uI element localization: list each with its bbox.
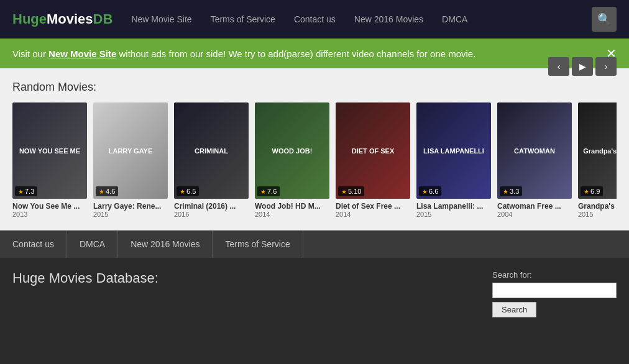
- movie-year: 2014: [336, 211, 410, 218]
- nav-dmca[interactable]: DMCA: [442, 14, 467, 24]
- main-nav: New Movie Site Terms of Service Contact …: [131, 14, 592, 24]
- movie-title: Lisa Lampanelli: ...: [416, 202, 491, 211]
- main-content: Random Movies: ‹ ▶ › NOW YOU SEE ME ★ 7.…: [0, 68, 629, 230]
- footer-nav: Contact us DMCA New 2016 Movies Terms of…: [0, 230, 629, 258]
- logo: HugeMoviesDB: [12, 11, 112, 27]
- banner-link[interactable]: New Movie Site: [48, 48, 116, 59]
- header-search-button[interactable]: 🔍: [592, 7, 617, 32]
- movie-card[interactable]: Grandpa's PSYCHO ★ 6.9 Grandpa's Psych..…: [578, 102, 617, 218]
- movies-navigation: ‹ ▶ ›: [548, 57, 617, 76]
- movie-title: Now You See Me ...: [12, 202, 87, 211]
- movie-card[interactable]: CRIMINAL ★ 6.5 Criminal (2016) ... 2016: [174, 102, 249, 218]
- footer-new-2016-movies[interactable]: New 2016 Movies: [118, 230, 213, 258]
- movie-card[interactable]: CATWOMAN ★ 3.3 Catwoman Free ... 2004: [497, 102, 572, 218]
- footer-dmca[interactable]: DMCA: [67, 230, 118, 258]
- movie-title: Catwoman Free ...: [497, 202, 572, 211]
- movie-title: Diet of Sex Free ...: [336, 202, 410, 211]
- bottom-section: Huge Movies Database: Search for: Search: [0, 258, 629, 330]
- movie-year: 2014: [255, 211, 329, 218]
- movie-card[interactable]: LISA LAMPANELLI ★ 6.6 Lisa Lampanelli: .…: [416, 102, 491, 218]
- movies-prev-button[interactable]: ‹: [548, 57, 569, 76]
- promo-banner: Visit our New Movie Site without ads fro…: [0, 39, 629, 68]
- nav-new-movie-site[interactable]: New Movie Site: [131, 14, 191, 24]
- header: HugeMoviesDB New Movie Site Terms of Ser…: [0, 0, 629, 39]
- footer-contact-us[interactable]: Contact us: [0, 230, 67, 258]
- movie-year: 2015: [578, 211, 617, 218]
- movie-year: 2015: [93, 211, 168, 218]
- movies-play-button[interactable]: ▶: [572, 57, 593, 76]
- movie-card[interactable]: DIET OF SEX ★ 5.10 Diet of Sex Free ... …: [336, 102, 410, 218]
- movie-title: Grandpa's Psych...: [578, 202, 617, 211]
- movie-card[interactable]: LARRY GAYE ★ 4.6 Larry Gaye: Rene... 201…: [93, 102, 168, 218]
- movies-next-button[interactable]: ›: [595, 57, 617, 76]
- nav-contact-us[interactable]: Contact us: [294, 14, 336, 24]
- movie-year: 2016: [174, 211, 249, 218]
- search-for-label: Search for:: [492, 270, 617, 280]
- banner-text: Visit our New Movie Site without ads fro…: [12, 48, 475, 59]
- movies-list: NOW YOU SEE ME ★ 7.3 Now You See Me ... …: [12, 102, 617, 218]
- bottom-left: Huge Movies Database:: [12, 270, 480, 317]
- movie-year: 2004: [497, 211, 572, 218]
- nav-terms-of-service[interactable]: Terms of Service: [211, 14, 275, 24]
- search-input[interactable]: [492, 283, 617, 298]
- nav-new-2016-movies[interactable]: New 2016 Movies: [354, 14, 423, 24]
- site-title: Huge Movies Database:: [12, 270, 480, 286]
- search-submit-button[interactable]: Search: [492, 302, 536, 317]
- movies-wrapper: NOW YOU SEE ME ★ 7.3 Now You See Me ... …: [12, 102, 617, 218]
- movie-card[interactable]: NOW YOU SEE ME ★ 7.3 Now You See Me ... …: [12, 102, 87, 218]
- movie-year: 2015: [416, 211, 491, 218]
- movie-year: 2013: [12, 211, 87, 218]
- footer-terms-of-service[interactable]: Terms of Service: [213, 230, 303, 258]
- movie-title: Larry Gaye: Rene...: [93, 202, 168, 211]
- random-movies-title: Random Movies:: [12, 81, 617, 94]
- movie-title: Criminal (2016) ...: [174, 202, 249, 211]
- search-section: Search for: Search: [492, 270, 617, 317]
- movie-card[interactable]: WOOD JOB! ★ 7.6 Wood Job! HD M... 2014: [255, 102, 329, 218]
- movie-title: Wood Job! HD M...: [255, 202, 329, 211]
